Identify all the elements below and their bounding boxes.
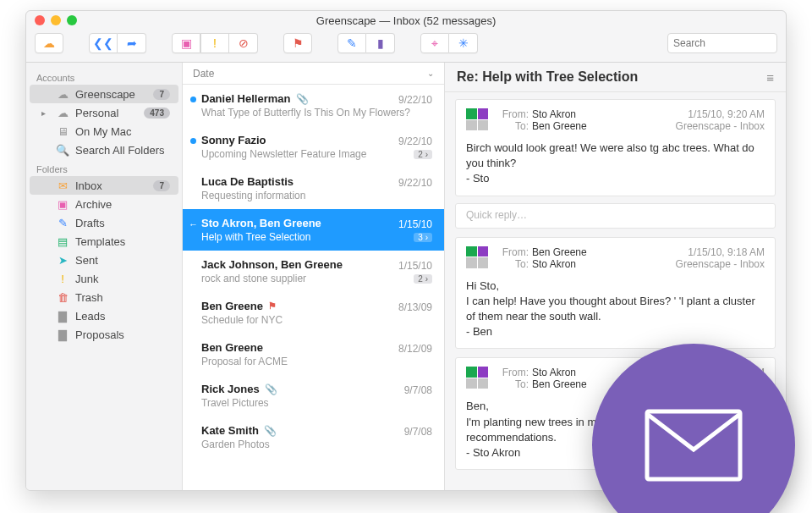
from-label: From: (497, 246, 529, 258)
block-button[interactable]: ⊘ (229, 33, 258, 53)
contact-button[interactable]: ▮ (366, 33, 395, 53)
account-label: Personal (75, 107, 118, 119)
from-label: From: (497, 108, 529, 120)
folder-item[interactable]: ✉Inbox7 (30, 176, 178, 195)
folder-icon: ▇ (56, 309, 69, 323)
folder-label: Inbox (75, 179, 102, 192)
flag-button[interactable]: ⚑ (283, 33, 312, 53)
folder-icon: ▇ (56, 328, 69, 341)
folder-icon: ! (56, 272, 69, 285)
unread-dot-icon (190, 97, 196, 102)
avatar (466, 367, 488, 389)
message-body: Hi Sto,I can help! Have you thought abou… (466, 279, 765, 340)
message-timestamp: 1/15/10, 9:20 AM (676, 108, 765, 120)
settings-button[interactable]: ✳ (449, 33, 478, 53)
to-value: Ben Greene (532, 378, 587, 390)
folder-label: Drafts (75, 217, 105, 229)
archive-button[interactable]: ▣ (172, 33, 200, 53)
message-row[interactable]: Kate Smith 📎Garden Photos9/7/08 (183, 416, 444, 458)
message-row[interactable]: Ben Greene ⚑Schedule for NYC8/13/09 (183, 292, 444, 334)
folder-icon: ✉ (56, 179, 69, 192)
minimize-icon[interactable] (51, 15, 61, 25)
folder-item[interactable]: !Junk (30, 269, 178, 288)
quick-reply-input[interactable]: Quick reply… (455, 203, 776, 229)
reader-subject: Re: Help with Tree Selection (457, 69, 638, 85)
message-subject: What Type of Butterfly Is This On My Flo… (201, 107, 432, 119)
menu-icon[interactable]: ≡ (766, 70, 774, 85)
account-label: Greenscape (75, 88, 135, 101)
accounts-header: Accounts (26, 68, 182, 85)
folder-item[interactable]: ▣Archive (30, 195, 178, 213)
message-date: 8/13/09 (398, 301, 432, 313)
message-subject: Proposal for ACME (201, 356, 432, 367)
message-card[interactable]: From:Ben GreeneTo:Sto Akron1/15/10, 9:18… (455, 237, 776, 350)
folders-header: Folders (26, 159, 182, 176)
thread-count: 3 › (414, 233, 432, 242)
message-row[interactable]: Sonny FazioUpcoming Newsletter Feature I… (183, 126, 444, 168)
to-value: Sto Akron (532, 258, 576, 270)
window-title: Greenscape — Inbox (52 messages) (26, 14, 786, 27)
message-row[interactable]: Rick Jones 📎Travel Pictures9/7/08 (183, 375, 444, 416)
folder-label: Leads (75, 310, 105, 323)
folder-item[interactable]: ▇Leads (30, 306, 178, 325)
message-subject: rock and stone supplier (201, 273, 432, 284)
from-label: From: (497, 367, 529, 378)
folder-label: Proposals (75, 328, 124, 341)
account-item[interactable]: 🖥On My Mac (30, 122, 178, 141)
search-input[interactable] (667, 33, 777, 53)
folder-item[interactable]: ✎Drafts (30, 213, 178, 232)
message-date: 9/7/08 (404, 426, 432, 438)
edit-button[interactable]: ✎ (337, 33, 366, 53)
message-row[interactable]: Jack Johnson, Ben Greenerock and stone s… (183, 251, 444, 292)
folder-item[interactable]: ▇Proposals (30, 325, 178, 344)
compose-button[interactable]: ☁ (35, 33, 63, 53)
junk-button[interactable]: ! (200, 33, 229, 53)
paperclip-icon: 📎 (265, 383, 277, 395)
cloud-icon: 🔍 (56, 143, 69, 157)
cloud-icon: ☁ (56, 106, 69, 119)
message-row[interactable]: ←Sto Akron, Ben GreeneHelp with Tree Sel… (183, 209, 444, 251)
message-from: Kate Smith 📎 (201, 424, 432, 437)
folder-item[interactable]: ➤Sent (30, 251, 178, 269)
account-item[interactable]: ▸☁Personal473 (30, 103, 178, 122)
message-subject: Requesting information (201, 190, 432, 201)
message-date: 1/15/10 (398, 218, 432, 230)
from-value: Ben Greene (532, 246, 587, 258)
folder-label: Archive (75, 198, 112, 211)
account-item[interactable]: 🔍Search All Folders (30, 141, 178, 159)
message-date: 8/12/09 (398, 343, 432, 355)
folder-label: Trash (75, 291, 103, 304)
message-date: 9/22/10 (398, 177, 432, 189)
folder-item[interactable]: 🗑Trash (30, 288, 178, 306)
reply-all-button[interactable]: ❮❮ (89, 33, 118, 53)
account-item[interactable]: ☁Greenscape7 (30, 85, 178, 103)
folder-icon: ▤ (56, 234, 69, 248)
folder-icon: ➤ (56, 253, 69, 267)
count-badge: 7 (153, 180, 170, 191)
paperclip-icon: 📎 (296, 93, 309, 105)
to-label: To: (497, 258, 529, 270)
message-subject: Help with Tree Selection (201, 231, 432, 243)
cloud-icon: 🖥 (56, 124, 69, 138)
thread-count: 2 › (414, 274, 432, 284)
message-row[interactable]: Daniel Hellerman 📎What Type of Butterfly… (183, 85, 444, 126)
count-badge: 473 (144, 108, 170, 119)
message-row[interactable]: Luca De BaptistisRequesting information9… (183, 168, 444, 209)
message-subject: Garden Photos (201, 439, 432, 450)
from-value: Sto Akron (532, 367, 576, 378)
message-mailbox: Greenscape - Inbox (676, 258, 765, 270)
message-subject: Schedule for NYC (201, 314, 432, 326)
message-row[interactable]: Ben GreeneProposal for ACME8/12/09 (183, 334, 444, 375)
forward-button[interactable]: ➦ (118, 33, 146, 53)
thread-count: 2 › (414, 150, 432, 159)
message-card[interactable]: From:Sto AkronTo:Ben Greene1/15/10, 9:20… (455, 99, 776, 196)
folder-label: Junk (75, 273, 98, 285)
message-date: 9/22/10 (398, 94, 432, 106)
zoom-icon[interactable] (67, 15, 77, 25)
folder-item[interactable]: ▤Templates (30, 232, 178, 251)
message-date: 9/7/08 (404, 384, 432, 396)
tag-button[interactable]: ⌖ (420, 33, 449, 53)
close-icon[interactable] (35, 15, 45, 25)
from-value: Sto Akron (532, 108, 576, 120)
column-header[interactable]: Date ⌄ (183, 63, 444, 85)
